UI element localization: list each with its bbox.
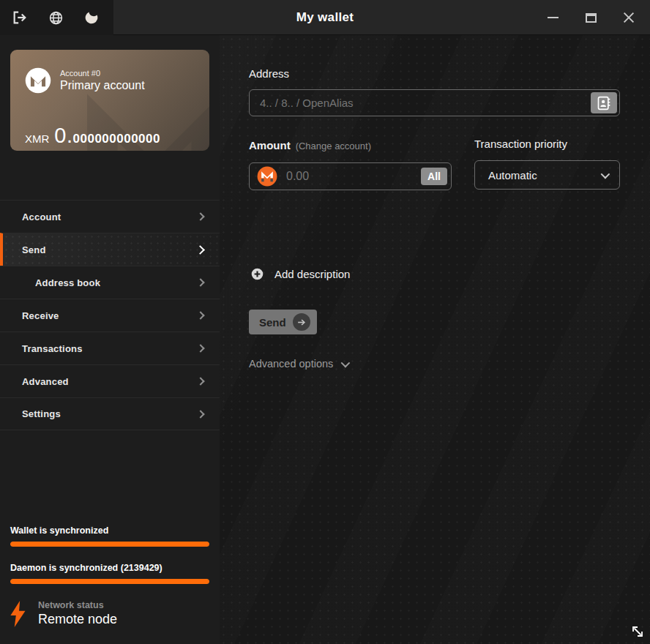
account-card[interactable]: Account #0 Primary account XMR 0. 000000… bbox=[10, 50, 209, 151]
address-input[interactable] bbox=[249, 89, 620, 116]
globe-icon[interactable] bbox=[48, 10, 64, 26]
sidebar-item-label: Account bbox=[22, 211, 61, 222]
balance-currency: XMR bbox=[25, 132, 49, 145]
arrow-right-icon bbox=[293, 313, 310, 331]
account-card-text: Account #0 Primary account bbox=[60, 69, 145, 92]
chevron-down-icon bbox=[341, 358, 351, 367]
address-book-button[interactable] bbox=[591, 92, 617, 113]
balance: XMR 0. 000000000000 bbox=[25, 124, 160, 151]
advanced-options-toggle[interactable]: Advanced options bbox=[249, 358, 348, 370]
resize-diagonal-icon[interactable] bbox=[630, 624, 645, 639]
balance-fraction: 000000000000 bbox=[73, 132, 160, 146]
sidebar: Account #0 Primary account XMR 0. 000000… bbox=[0, 35, 220, 644]
wallet-sync-progress-fill bbox=[10, 542, 209, 547]
wallet-sync-progressbar bbox=[10, 542, 209, 547]
titlebar: My wallet bbox=[0, 0, 650, 35]
send-button-label: Send bbox=[259, 316, 286, 329]
sidebar-item-label: Address book bbox=[35, 277, 100, 288]
sidebar-item-settings[interactable]: Settings bbox=[0, 397, 220, 430]
amount-label: Amount bbox=[249, 139, 291, 151]
chevron-right-icon bbox=[196, 410, 204, 418]
chevron-right-icon bbox=[196, 344, 204, 352]
chevron-right-icon bbox=[196, 278, 204, 286]
add-description-label: Add description bbox=[274, 268, 350, 280]
network-status-text: Network status Remote node bbox=[38, 600, 117, 628]
sidebar-item-label: Advanced bbox=[22, 376, 69, 387]
address-field-block: Address bbox=[249, 67, 620, 116]
moon-icon[interactable] bbox=[83, 10, 100, 26]
chevron-down-icon bbox=[601, 169, 610, 179]
minimize-icon[interactable] bbox=[545, 10, 561, 26]
close-icon[interactable] bbox=[621, 10, 637, 26]
sidebar-menu: Account Send Address book Receive Transa… bbox=[0, 200, 220, 430]
priority-label: Transaction priority bbox=[474, 138, 620, 150]
send-page: Address Amount (Change account) bbox=[220, 35, 650, 644]
account-name: Primary account bbox=[60, 78, 145, 92]
address-label: Address bbox=[249, 67, 620, 80]
sidebar-item-account[interactable]: Account bbox=[0, 200, 220, 233]
send-button[interactable]: Send bbox=[249, 310, 317, 334]
sidebar-item-advanced[interactable]: Advanced bbox=[0, 364, 220, 397]
monero-logo-icon bbox=[25, 67, 51, 94]
priority-field-block: Transaction priority Automatic bbox=[474, 138, 620, 190]
sidebar-item-receive[interactable]: Receive bbox=[0, 299, 220, 332]
address-book-icon bbox=[597, 96, 611, 111]
sync-status-panel: Wallet is synchronized Daemon is synchro… bbox=[0, 525, 220, 638]
monero-coin-icon bbox=[257, 166, 277, 187]
network-status-value: Remote node bbox=[38, 611, 117, 628]
network-status-label: Network status bbox=[38, 600, 117, 611]
amount-field-block: Amount (Change account) All bbox=[249, 139, 452, 190]
window-controls bbox=[545, 0, 650, 35]
account-number-label: Account #0 bbox=[60, 69, 145, 78]
sidebar-item-label: Settings bbox=[22, 408, 61, 419]
change-account-link[interactable]: (Change account) bbox=[296, 141, 371, 151]
chevron-right-icon bbox=[196, 311, 204, 319]
priority-dropdown[interactable]: Automatic bbox=[474, 160, 620, 190]
monero-wallet-window: My wallet bbox=[0, 0, 650, 644]
chevron-right-icon bbox=[195, 245, 205, 255]
sidebar-item-label: Send bbox=[22, 244, 46, 255]
titlebar-left-section bbox=[0, 0, 113, 35]
maximize-icon[interactable] bbox=[583, 10, 599, 26]
daemon-sync-progress-fill bbox=[10, 579, 209, 584]
network-status-row[interactable]: Network status Remote node bbox=[9, 600, 220, 628]
chevron-right-icon bbox=[196, 377, 204, 385]
logout-icon[interactable] bbox=[12, 10, 28, 26]
advanced-options-label: Advanced options bbox=[249, 358, 333, 370]
sidebar-item-address-book[interactable]: Address book bbox=[0, 266, 220, 299]
wallet-sync-label: Wallet is synchronized bbox=[10, 525, 220, 536]
sidebar-item-send[interactable]: Send bbox=[0, 233, 220, 266]
balance-integer: 0. bbox=[54, 124, 72, 148]
daemon-sync-progressbar bbox=[10, 579, 209, 584]
sidebar-item-label: Transactions bbox=[22, 343, 83, 354]
chevron-right-icon bbox=[196, 212, 204, 220]
amount-all-button[interactable]: All bbox=[421, 168, 447, 185]
sidebar-item-label: Receive bbox=[22, 310, 59, 321]
priority-selected-value: Automatic bbox=[488, 169, 537, 181]
lightning-icon bbox=[9, 601, 28, 627]
daemon-sync-label: Daemon is synchronized (2139429) bbox=[10, 563, 220, 573]
add-description-button[interactable]: Add description bbox=[251, 268, 350, 280]
plus-circle-icon bbox=[251, 268, 264, 280]
sidebar-item-transactions[interactable]: Transactions bbox=[0, 332, 220, 364]
